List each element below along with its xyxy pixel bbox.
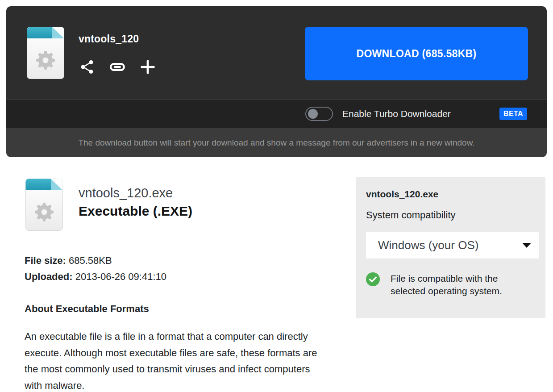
advertiser-notice-bar: The download button will start your down… [6,128,547,157]
turbo-toggle[interactable] [305,107,333,121]
file-size-row: File size: 685.58KB [25,253,337,269]
exe-file-icon [27,27,64,81]
advertiser-notice-text: The download button will start your down… [78,138,474,148]
check-circle-icon [366,272,380,297]
file-size-value: 685.58KB [69,255,112,266]
uploaded-row: Uploaded: 2013-06-26 09:41:10 [25,269,337,285]
sidebar-file-name: vntools_120.exe [366,189,536,200]
download-card: vntools_120 [6,6,547,157]
system-compatibility-heading: System compatibility [366,209,536,221]
file-details-section: vntools_120.exe Executable (.EXE) File s… [25,179,337,392]
file-size-label: File size: [25,255,66,266]
about-heading: About Executable Formats [25,303,337,315]
os-select-value: Windows (your OS) [378,238,478,252]
file-title: vntools_120 [79,33,156,45]
turbo-downloader-row: Enable Turbo Downloader BETA [6,99,547,128]
compatibility-panel: vntools_120.exe System compatibility Win… [356,177,545,318]
uploaded-value: 2013-06-26 09:41:10 [75,271,166,282]
link-icon[interactable] [109,58,126,75]
chevron-down-icon [522,243,531,248]
download-button[interactable]: DOWNLOAD (685.58KB) [305,27,528,80]
compatibility-message: File is compatible with the selected ope… [391,272,521,297]
uploaded-label: Uploaded: [25,271,73,282]
plus-icon[interactable] [139,58,156,75]
turbo-label: Enable Turbo Downloader [342,108,451,119]
os-select[interactable]: Windows (your OS) [366,232,539,259]
share-icon[interactable] [79,58,96,75]
exe-file-icon [25,179,64,233]
file-name: vntools_120.exe [79,186,192,200]
about-body: An executable file is a file in a format… [25,329,324,392]
download-card-header: vntools_120 [6,6,547,99]
beta-badge: BETA [499,108,527,120]
turbo-toggle-knob [308,109,318,119]
file-format: Executable (.EXE) [79,204,192,219]
